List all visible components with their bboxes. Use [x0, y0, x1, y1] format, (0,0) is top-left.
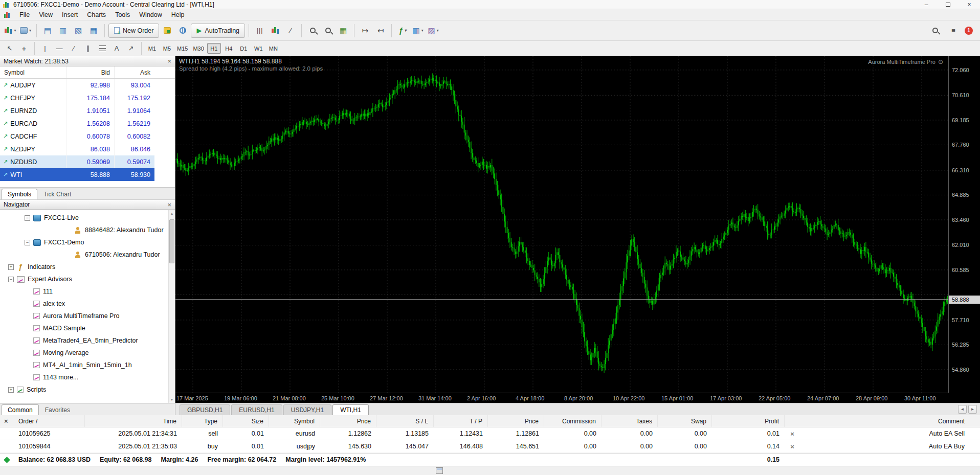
close-button[interactable]: × — [959, 0, 980, 9]
nav-item-metatrader4-ea-5min-predictor[interactable]: MetaTrader4_EA_5min_Predictor — [0, 334, 175, 347]
tab-common[interactable]: Common — [2, 404, 39, 415]
col-swap-11[interactable]: Swap — [658, 415, 712, 427]
trendline-tool[interactable]: ∕ — [67, 42, 80, 55]
market-watch-row-nzdjpy[interactable]: ↗NZDJPY86.03886.046 — [0, 143, 154, 155]
nav-item-moving-average[interactable]: Moving Average — [0, 347, 175, 359]
nav-item-mt4-ai-1min-5min-15min-1h[interactable]: MT4_AI_1min_5min_15min_1h — [0, 359, 175, 371]
col-profit-12[interactable]: Profit — [712, 415, 785, 427]
title-bar[interactable]: 6710506: FXCC1-Demo - Demo Account - Cen… — [0, 0, 980, 9]
nav-item-alex-tex[interactable]: alex tex — [0, 298, 175, 310]
scroll-tabs-left-icon[interactable]: ◄ — [958, 405, 967, 414]
nav-item-1143-more[interactable]: 1143 more... — [0, 371, 175, 383]
market-watch-row-nzdusd[interactable]: ↗NZDUSD0.590690.59074 — [0, 155, 154, 168]
col-s-l-6[interactable]: S / L — [376, 415, 434, 427]
fibonacci-tool[interactable] — [96, 42, 109, 55]
timeframe-d1[interactable]: D1 — [237, 43, 251, 54]
nav-item-macd-sample[interactable]: MACD Sample — [0, 322, 175, 334]
timeframe-m1[interactable]: M1 — [145, 43, 159, 54]
balance-row[interactable]: Balance: 62 068.83 USDEquity: 62 068.98M… — [0, 453, 980, 466]
timeframe-m15[interactable]: M15 — [175, 43, 190, 54]
collapse-icon[interactable]: − — [8, 277, 14, 282]
auto-scroll-button[interactable]: ↦ — [358, 23, 372, 38]
data-window-toggle[interactable]: ▥ — [56, 23, 70, 38]
notifications-badge[interactable]: 1 — [965, 27, 973, 35]
periods-button[interactable]: ▥▾ — [411, 23, 425, 38]
tab-symbols[interactable]: Symbols — [2, 189, 37, 199]
expand-icon[interactable]: + — [8, 264, 14, 270]
metaeditor-button[interactable] — [160, 23, 174, 38]
navigator-close-icon[interactable]: × — [167, 201, 171, 208]
menu-tools[interactable]: Tools — [110, 10, 135, 20]
arrow-tool[interactable]: ↗ — [124, 42, 138, 55]
new-order-button[interactable]: New Order — [108, 24, 159, 38]
cursor-tool[interactable]: ↖ — [3, 42, 16, 55]
market-watch-toggle[interactable]: ▤ — [40, 23, 55, 38]
tile-windows-button[interactable]: ▦ — [336, 23, 350, 38]
maximize-button[interactable] — [937, 0, 959, 9]
menu-file[interactable]: File — [15, 10, 34, 20]
nav-item-88846482-alexandru-tudor[interactable]: 88846482: Alexandru Tudor — [0, 224, 175, 236]
close-position-icon[interactable]: × — [790, 430, 794, 438]
chart-tab-wti-h1[interactable]: WTI,H1 — [332, 404, 369, 415]
nav-item-expert-advisors[interactable]: −Expert Advisors — [0, 273, 175, 285]
market-watch-row-audjpy[interactable]: ↗AUDJPY92.99893.004 — [0, 79, 154, 92]
menu-window[interactable]: Window — [135, 10, 166, 20]
market-watch-row-eurcad[interactable]: ↗EURCAD1.562081.56219 — [0, 117, 154, 130]
scrollbar-thumb[interactable] — [169, 219, 174, 263]
chart-canvas[interactable] — [175, 56, 948, 393]
timeframe-h1[interactable]: H1 — [207, 43, 221, 54]
expand-icon[interactable]: + — [8, 387, 14, 393]
line-chart-mode-button[interactable]: ∕ — [283, 23, 298, 38]
autotrading-button[interactable]: ▶AutoTrading — [191, 24, 245, 38]
timeframe-h4[interactable]: H4 — [222, 43, 236, 54]
col-time-1[interactable]: Time — [85, 415, 182, 427]
candlestick-mode-button[interactable] — [268, 23, 282, 38]
market-watch-row-cadchf[interactable]: ↗CADCHF0.600780.60082 — [0, 130, 154, 143]
crosshair-tool[interactable]: + — [17, 42, 31, 55]
col-order[interactable]: Order / — [13, 415, 85, 427]
navigator-scrollbar[interactable]: ▲ ▼ — [168, 210, 175, 403]
vertical-line-tool[interactable]: | — [38, 42, 52, 55]
scroll-up-icon[interactable]: ▲ — [169, 210, 175, 217]
market-watch-row-chfjpy[interactable]: ↗CHFJPY175.184175.192 — [0, 92, 154, 104]
timeframe-mn[interactable]: MN — [266, 43, 280, 54]
minimize-button[interactable]: – — [916, 0, 937, 9]
order-row-101059844[interactable]: 1010598442025.05.01 21:35:03buy0.01usdjp… — [0, 440, 980, 453]
chart-shift-button[interactable]: ↤ — [373, 23, 388, 38]
tab-tick-chart[interactable]: Tick Chart — [38, 189, 77, 199]
menu-insert[interactable]: Insert — [57, 10, 82, 20]
col-t-p-7[interactable]: T / P — [434, 415, 488, 427]
column-ask[interactable]: Ask — [115, 69, 154, 76]
terminal-toggle[interactable]: ▦ — [86, 23, 101, 38]
col-taxes-10[interactable]: Taxes — [602, 415, 658, 427]
tab-favorites[interactable]: Favorites — [39, 404, 76, 415]
nav-item-fxcc1-demo[interactable]: −FXCC1-Demo — [0, 236, 175, 248]
chart-tab-gbpusd-h1[interactable]: GBPUSD,H1 — [180, 404, 230, 415]
col-type-2[interactable]: Type — [182, 415, 223, 427]
chart-tab-usdjpy-h1[interactable]: USDJPY,H1 — [283, 404, 331, 415]
chart-tab-eurusd-h1[interactable]: EURUSD,H1 — [231, 404, 282, 415]
bar-chart-mode-button[interactable]: ||| — [253, 23, 267, 38]
scroll-down-icon[interactable]: ▼ — [169, 396, 175, 403]
menu-help[interactable]: Help — [167, 10, 189, 20]
channel-tool[interactable]: ∥ — [81, 42, 95, 55]
nav-item-fxcc1-live[interactable]: −FXCC1-Live — [0, 212, 175, 224]
col-price-5[interactable]: Price — [320, 415, 376, 427]
price-axis[interactable]: 72.06070.61069.18567.76066.31064.88563.4… — [948, 56, 980, 393]
new-chart-button[interactable]: ▾ — [3, 23, 17, 38]
menu-view[interactable]: View — [34, 10, 57, 20]
col-symbol-4[interactable]: Symbol — [269, 415, 320, 427]
scroll-tabs-right-icon[interactable]: ► — [968, 405, 977, 414]
col-commission-9[interactable]: Commission — [544, 415, 602, 427]
zoom-in-button[interactable] — [305, 23, 320, 38]
zoom-out-button[interactable] — [321, 23, 335, 38]
time-axis[interactable]: 17 Mar 202519 Mar 06:0021 Mar 08:0025 Ma… — [175, 393, 948, 403]
menu-charts[interactable]: Charts — [82, 10, 110, 20]
market-watch-close-icon[interactable]: × — [167, 58, 171, 64]
menu-more-button[interactable]: ≡ — [946, 23, 961, 38]
market-watch-header[interactable]: Market Watch: 21:38:53 × — [0, 56, 175, 66]
market-watch-row-wti[interactable]: ↗WTI58.88858.930 — [0, 168, 154, 181]
navigator-toggle[interactable]: ▧ — [71, 23, 85, 38]
horizontal-line-tool[interactable]: — — [53, 42, 66, 55]
column-bid[interactable]: Bid — [66, 66, 115, 78]
